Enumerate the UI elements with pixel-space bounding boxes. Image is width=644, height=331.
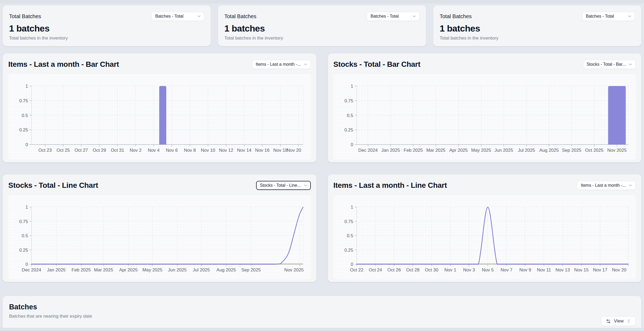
select-value: Items - Last a month -... <box>256 62 301 67</box>
top-strip <box>0 0 644 3</box>
x-tick-label: Feb 2025 <box>71 267 91 272</box>
stats-row: Total Batches Batches - Total 1 batches … <box>3 5 641 46</box>
y-tick-label: 0 <box>351 262 353 267</box>
chart-card: Items - Last a month - Line Chart Items … <box>328 174 642 282</box>
stat-card-label: Total Batches <box>224 13 256 20</box>
x-tick-label: Oct 25 <box>57 148 70 153</box>
chart-title: Stocks - Total - Line Chart <box>8 181 98 190</box>
stat-card: Total Batches Batches - Total 1 batches … <box>218 5 426 46</box>
chart-title: Stocks - Total - Bar Chart <box>333 60 420 69</box>
view-button-label: View <box>614 318 624 324</box>
x-tick-label: Nov 12 <box>219 148 233 153</box>
y-tick-label: 1 <box>351 205 353 210</box>
x-tick-label: Jun 2025 <box>494 148 513 153</box>
batches-section: Batches Batches that are nearing their e… <box>3 296 641 331</box>
x-tick-label: Oct 22 <box>350 267 363 272</box>
stat-card-label: Total Batches <box>9 13 41 20</box>
stat-metric-select[interactable]: Batches - Total <box>152 12 204 21</box>
y-tick-label: 0.5 <box>347 113 353 118</box>
x-tick-label: Nov 10 <box>201 148 215 153</box>
x-tick-label: Nov 14 <box>237 148 251 153</box>
x-tick-label: Nov 2025 <box>284 267 304 272</box>
y-tick-label: 1 <box>26 84 28 89</box>
y-tick-label: 0.5 <box>22 233 28 238</box>
chevron-down-icon <box>303 62 308 67</box>
y-tick-label: 0.25 <box>19 248 28 253</box>
stat-card: Total Batches Batches - Total 1 batches … <box>433 5 641 46</box>
chart-metric-select[interactable]: Stocks - Total - Line... <box>256 181 311 190</box>
chevron-down-icon <box>412 14 417 19</box>
stat-metric-select[interactable]: Batches - Total <box>367 12 420 21</box>
x-tick-label: Oct 31 <box>111 148 124 153</box>
x-tick-label: Aug 2025 <box>216 267 236 272</box>
x-tick-label: Nov 17 <box>593 267 607 272</box>
x-tick-label: Nov 18 <box>273 148 288 153</box>
stocks-total-line-svg: 00.250.50.751Dec 2024Jan 2025Feb 2025Mar… <box>8 195 311 280</box>
chart-panel: 00.250.50.751Dec 2024Jan 2025Feb 2025Mar… <box>8 194 311 280</box>
chevron-down-icon <box>628 183 633 188</box>
x-tick-label: Mar 2025 <box>426 148 446 153</box>
x-tick-label: Dec 2024 <box>22 267 41 272</box>
chart-card: Stocks - Total - Line Chart Stocks - Tot… <box>3 174 316 282</box>
stat-card-value: 1 batches <box>440 23 635 34</box>
x-tick-label: Apr 2025 <box>119 267 138 272</box>
chart-metric-select[interactable]: Items - Last a month -... <box>252 60 311 69</box>
stat-card-header: Total Batches Batches - Total <box>440 12 635 21</box>
stat-card-header: Total Batches Batches - Total <box>224 12 420 21</box>
x-tick-label: Aug 2025 <box>539 148 559 153</box>
chart-panel: 00.250.50.751Dec 2024Jan 2025Feb 2025Mar… <box>333 73 637 160</box>
x-tick-label: Nov 5 <box>482 267 494 272</box>
y-tick-label: 0 <box>26 142 28 147</box>
x-tick-label: Jul 2025 <box>193 267 210 272</box>
x-tick-label: Oct 29 <box>93 148 106 153</box>
x-tick-label: Nov 7 <box>500 267 512 272</box>
x-tick-label: Nov 13 <box>555 267 570 272</box>
y-tick-label: 0.25 <box>344 127 353 133</box>
charts-grid: Items - Last a month - Bar Chart Items -… <box>3 53 641 282</box>
stat-card-description: Total batches in the inventory <box>440 36 635 41</box>
x-tick-label: Nov 8 <box>184 148 196 153</box>
x-tick-label: Nov 4 <box>148 148 160 153</box>
chevron-down-icon <box>628 62 633 67</box>
x-tick-label: Nov 11 <box>537 267 551 272</box>
stat-card: Total Batches Batches - Total 1 batches … <box>3 5 211 46</box>
stat-card-description: Total batches in the inventory <box>224 36 420 41</box>
stat-card-label: Total Batches <box>440 13 472 20</box>
chevron-down-icon <box>197 14 201 19</box>
x-tick-label: Sep 2025 <box>562 148 581 153</box>
stat-metric-select[interactable]: Batches - Total <box>582 12 635 21</box>
chart-metric-select[interactable]: Stocks - Total - Bar... <box>583 60 636 69</box>
x-tick-label: Jun 2025 <box>168 267 187 272</box>
x-tick-label: Nov 6 <box>166 148 178 153</box>
view-button[interactable]: View <box>601 316 635 326</box>
y-tick-label: 0.75 <box>344 98 353 103</box>
x-tick-label: Dec 2024 <box>358 148 378 153</box>
select-value: Batches - Total <box>155 14 184 19</box>
x-tick-label: Nov 20 <box>287 148 301 153</box>
batches-title: Batches <box>9 303 635 311</box>
x-tick-label: Nov 20 <box>612 267 626 272</box>
chart-card-header: Stocks - Total - Line Chart Stocks - Tot… <box>8 181 311 190</box>
dashboard-page: Total Batches Batches - Total 1 batches … <box>0 0 644 331</box>
chart-card: Items - Last a month - Bar Chart Items -… <box>3 53 316 162</box>
x-tick-label: Oct 23 <box>38 148 52 153</box>
x-tick-label: Nov 1 <box>444 267 456 272</box>
x-tick-label: Jan 2025 <box>381 148 400 153</box>
chart-panel: 00.250.50.751Oct 22Oct 24Oct 26Oct 28Oct… <box>333 194 637 280</box>
chart-card-header: Items - Last a month - Bar Chart Items -… <box>8 60 311 69</box>
stat-card-header: Total Batches Batches - Total <box>9 12 204 21</box>
chart-title: Items - Last a month - Line Chart <box>333 181 447 190</box>
settings-sliders-icon <box>606 319 611 324</box>
x-tick-label: Jan 2025 <box>47 267 66 272</box>
x-tick-label: Nov 2 <box>130 148 141 153</box>
data-bar <box>608 86 626 145</box>
batches-subtitle: Batches that are nearing their expiry da… <box>9 314 635 319</box>
x-tick-label: Jul 2025 <box>518 148 535 153</box>
y-tick-label: 1 <box>26 205 28 210</box>
x-tick-label: Nov 3 <box>463 267 475 272</box>
chart-card: Stocks - Total - Bar Chart Stocks - Tota… <box>328 53 642 162</box>
stocks-total-bar-svg: 00.250.50.751Dec 2024Jan 2025Feb 2025Mar… <box>333 74 636 160</box>
chart-title: Items - Last a month - Bar Chart <box>8 60 119 69</box>
bottom-strip <box>0 328 644 331</box>
chart-metric-select[interactable]: Items - Last a month -... <box>577 181 636 190</box>
